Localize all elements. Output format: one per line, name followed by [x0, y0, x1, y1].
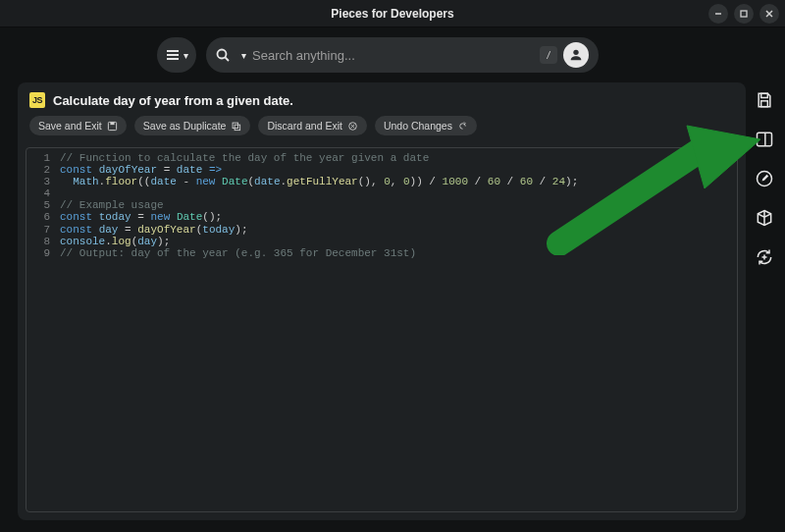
edit-icon [755, 169, 774, 188]
snippet-header: JS Calculate day of year from a given da… [29, 92, 734, 108]
svg-line-8 [226, 58, 230, 62]
window-controls [708, 4, 779, 24]
code-line[interactable]: 3 Math.floor((date - new Date(date.getFu… [26, 176, 737, 187]
search-input[interactable] [252, 48, 534, 63]
line-number: 1 [26, 152, 60, 164]
search-bar[interactable]: ▾ / [206, 37, 599, 73]
title-bar: Pieces for Developers [0, 0, 785, 27]
save-icon [107, 121, 118, 132]
context-button[interactable] [753, 206, 776, 230]
snippet-title: Calculate day of year from a given date. [53, 93, 293, 108]
svg-rect-12 [234, 123, 239, 129]
code-line[interactable]: 2const dayOfYear = date => [26, 164, 737, 176]
line-number: 6 [26, 211, 60, 223]
discard-icon [347, 121, 358, 132]
save-as-duplicate-label: Save as Duplicate [143, 120, 227, 132]
line-number: 7 [26, 224, 60, 236]
app-title: Pieces for Developers [331, 7, 453, 21]
duplicate-icon [231, 121, 241, 132]
code-line[interactable]: 9// Output: day of the year (e.g. 365 fo… [26, 247, 737, 259]
cube-icon [755, 208, 774, 228]
line-number: 9 [26, 247, 60, 259]
code-line[interactable]: 5// Example usage [26, 199, 737, 211]
classify-button[interactable] [753, 128, 776, 151]
edit-button[interactable] [753, 167, 776, 190]
main-panel: JS Calculate day of year from a given da… [18, 82, 746, 520]
line-number: 8 [26, 236, 60, 247]
svg-rect-18 [761, 101, 768, 107]
save-icon [755, 90, 774, 110]
line-number: 5 [26, 199, 60, 211]
svg-rect-1 [741, 11, 747, 17]
minimize-button[interactable] [708, 4, 728, 24]
svg-rect-13 [236, 125, 241, 131]
search-hotkey-hint: / [540, 46, 557, 64]
line-number: 3 [26, 176, 60, 187]
save-and-exit-button[interactable]: Save and Exit [29, 116, 127, 135]
top-toolbar: ▾ ▾ / [0, 27, 785, 82]
action-chip-row: Save and Exit Save as Duplicate Discard … [29, 116, 734, 135]
code-line[interactable]: 8console.log(day); [26, 236, 737, 247]
svg-rect-19 [758, 133, 772, 145]
line-number: 2 [26, 164, 60, 176]
discard-and-exit-button[interactable]: Discard and Exit [258, 116, 366, 135]
code-line[interactable]: 4 [26, 187, 737, 199]
code-line[interactable]: 6const today = new Date(); [26, 211, 737, 223]
save-as-duplicate-button[interactable]: Save as Duplicate [134, 116, 251, 135]
line-number: 4 [26, 187, 60, 199]
right-sidebar [750, 88, 779, 269]
save-snippet-button[interactable] [753, 88, 776, 112]
list-icon [166, 49, 182, 61]
svg-point-7 [218, 50, 227, 59]
undo-icon [457, 121, 468, 132]
code-editor[interactable]: 1// Function to calculate the day of the… [26, 147, 738, 512]
svg-rect-11 [110, 122, 114, 125]
discard-and-exit-label: Discard and Exit [267, 120, 341, 132]
code-line[interactable]: 7const day = dayOfYear(today); [26, 224, 737, 236]
refresh-button[interactable] [753, 245, 776, 269]
search-icon [210, 48, 236, 62]
search-caret-icon: ▾ [241, 50, 246, 61]
list-view-button[interactable]: ▾ [157, 37, 196, 73]
undo-changes-button[interactable]: Undo Changes [375, 116, 477, 135]
maximize-button[interactable] [734, 4, 754, 24]
close-button[interactable] [759, 4, 779, 24]
account-avatar[interactable] [563, 42, 589, 68]
code-line[interactable]: 1// Function to calculate the day of the… [26, 152, 737, 164]
refresh-icon [755, 247, 774, 267]
caret-down-icon: ▾ [183, 50, 188, 61]
js-badge-icon: JS [29, 92, 45, 108]
person-icon [568, 47, 584, 63]
panel-icon [755, 130, 774, 149]
save-and-exit-label: Save and Exit [38, 120, 102, 132]
svg-rect-17 [761, 93, 768, 97]
undo-changes-label: Undo Changes [384, 120, 452, 132]
svg-point-9 [573, 50, 578, 55]
